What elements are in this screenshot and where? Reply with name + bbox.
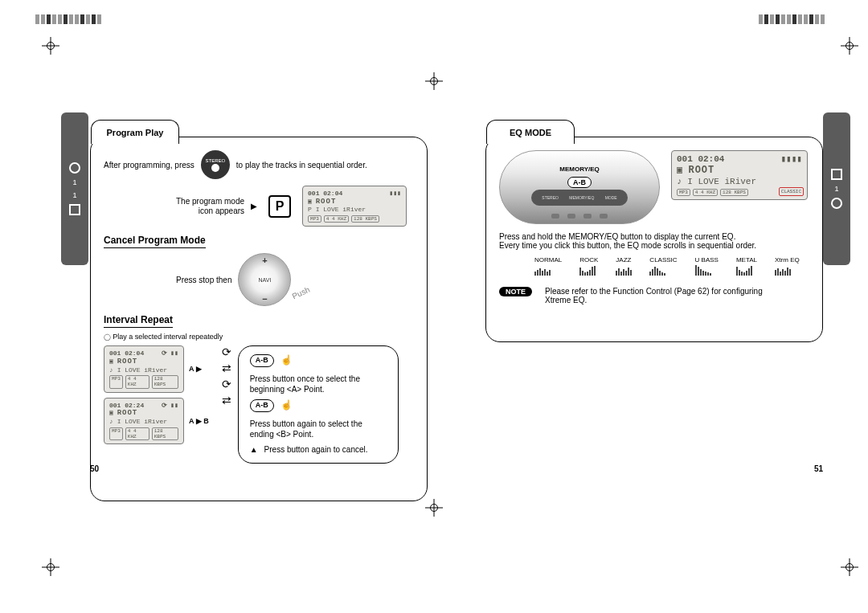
refresh-icon: ⟳ (222, 378, 231, 390)
lcd-screen: 001 02:24⟳ ▮▮ ▣ ROOT ♪ I LOVE iRiver MP3… (104, 398, 184, 444)
text: Please refer to the Function Control (Pa… (545, 287, 786, 304)
lcd-screen: 001 02:04⟳ ▮▮ ▣ ROOT ♪ I LOVE iRiver MP3… (104, 345, 184, 392)
text: icon appears (176, 206, 244, 216)
top-marks-right (704, 14, 825, 26)
crop-mark-icon (841, 37, 858, 55)
text: Press button again to cancel. (264, 444, 368, 455)
eq-classic-chip: CLASSIC (779, 187, 804, 196)
crop-mark-icon (42, 558, 59, 576)
ab-button-icon: A-B (250, 354, 274, 367)
page-51: EQ MODE MEMORY/EQ A-B STEREO MEMORY/EQ M… (485, 137, 823, 501)
text: Press and hold the MEMORY/EQ button to d… (499, 232, 809, 241)
loop-icon: ⇄ (222, 362, 231, 374)
arrow-right-icon: ▶ (251, 202, 257, 210)
heading-cancel-program: Cancel Program Mode (104, 235, 206, 248)
page-number: 50 (90, 464, 99, 473)
text: to play the tracks in sequential order. (236, 161, 367, 170)
triangle-up-icon: ▲ (250, 444, 258, 455)
eq-preset-grid: NORMAL ROCK JAZZ CLASSIC U BASS METAL Xt… (534, 256, 809, 276)
page-50: Program Play After programming, press ST… (90, 137, 428, 501)
hand-press-icon: ☝ (280, 354, 293, 367)
chapter-tab-right: 1 (823, 112, 850, 265)
text: Play a selected interval repeatedly (104, 333, 414, 341)
hand-press-icon: ☝ (280, 399, 293, 412)
player-illustration: MEMORY/EQ A-B STEREO MEMORY/EQ MODE (499, 150, 660, 224)
button-row-icon (551, 214, 608, 219)
text: Press button once to select the beginnin… (250, 374, 387, 394)
tab-eq-mode: EQ MODE (486, 120, 575, 144)
lcd-screen: 001 02:04▮▮▮ ▣ ROOT P I LOVE iRiver MP34… (302, 186, 407, 227)
page-number: 51 (814, 464, 823, 473)
top-marks-left (35, 14, 156, 26)
indicator-a: A ▶ (189, 365, 202, 373)
program-mode-icon: P (268, 195, 291, 218)
chapter-tab-left: 11 (61, 112, 88, 265)
text: After programming, press (104, 161, 194, 170)
control-strip: STEREO MEMORY/EQ MODE (531, 190, 628, 206)
jog-wheel-icon: + NAVI − Push (238, 253, 291, 306)
crop-mark-icon (425, 72, 443, 90)
crop-mark-icon (425, 499, 443, 517)
ab-button-icon: A-B (250, 399, 274, 412)
text: MEMORY/EQ (559, 166, 599, 173)
text: The program mode (176, 197, 244, 206)
crop-mark-icon (841, 558, 858, 576)
lcd-screen: 001 02:04▮▮▮▮ ▣ ROOT ♪ I LOVE iRiver MP3… (671, 150, 808, 200)
text: Press stop then (176, 276, 231, 284)
tab-program-play: Program Play (91, 120, 179, 144)
text: Every time you click this button, the EQ… (499, 241, 809, 250)
heading-interval-repeat: Interval Repeat (104, 314, 173, 328)
loop-icon: ⇄ (222, 394, 231, 407)
crop-mark-icon (42, 37, 59, 55)
text: Press button again to select the ending … (250, 419, 387, 439)
stereo-button-icon: STEREO (201, 150, 230, 179)
note-badge: NOTE (499, 287, 532, 296)
ab-button-icon: A-B (567, 177, 592, 188)
indicator-ab: A ▶ B (189, 417, 209, 425)
refresh-icon: ⟳ (222, 345, 231, 358)
